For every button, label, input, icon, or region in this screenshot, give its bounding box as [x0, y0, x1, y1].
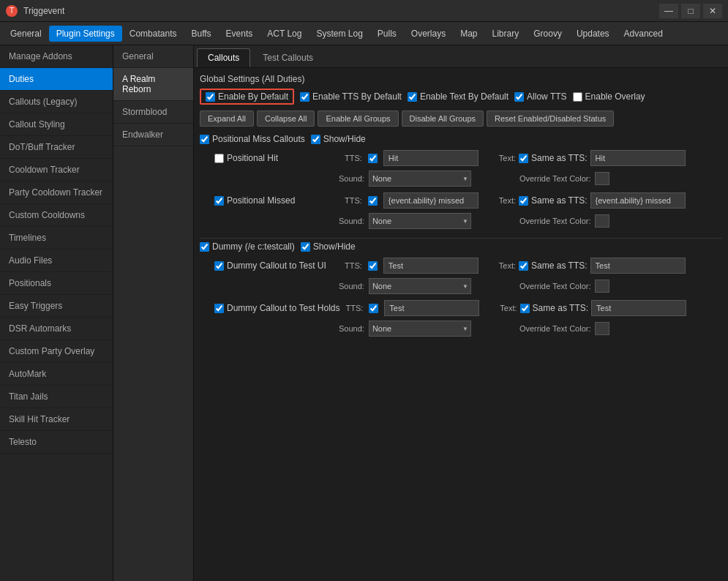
- checkbox-enable-text-input[interactable]: [408, 92, 417, 102]
- color-box-hit[interactable]: [595, 172, 609, 185]
- checkbox-same-as-tts-dummy-ui[interactable]: Same as TTS:: [519, 260, 587, 271]
- checkbox-tts-hit-input[interactable]: [368, 154, 378, 163]
- checkbox-tts-dummy-holds[interactable]: [369, 304, 378, 313]
- sidebar-item-dsr-automarks[interactable]: DSR Automarks: [0, 318, 113, 340]
- sidebar-item-manage-addons[interactable]: Manage Addons: [0, 45, 113, 68]
- menu-library[interactable]: Library: [485, 26, 527, 42]
- checkbox-positional-missed-input[interactable]: [214, 196, 224, 206]
- menu-events[interactable]: Events: [219, 26, 260, 42]
- checkbox-show-hide-positional[interactable]: Show/Hide: [311, 134, 366, 144]
- collapse-all-button[interactable]: Collapse All: [257, 110, 315, 127]
- menu-act-log[interactable]: ACT Log: [260, 26, 309, 42]
- checkbox-tts-dummy-holds-input[interactable]: [369, 304, 378, 313]
- checkbox-enable-by-default[interactable]: Enable By Default: [200, 89, 294, 105]
- checkbox-enable-tts[interactable]: Enable TTS By Default: [300, 91, 402, 102]
- menu-pulls[interactable]: Pulls: [370, 26, 404, 42]
- reset-status-button[interactable]: Reset Enabled/Disabled Status: [487, 110, 614, 127]
- checkbox-enable-overlay[interactable]: Enable Overlay: [573, 91, 645, 102]
- menu-buffs[interactable]: Buffs: [184, 26, 218, 42]
- checkbox-positional-hit-input[interactable]: [214, 154, 224, 163]
- menu-groovy[interactable]: Groovy: [526, 26, 569, 42]
- sidebar2-item-endwalker[interactable]: Endwalker: [113, 124, 193, 146]
- maximize-button[interactable]: □: [681, 4, 700, 18]
- sidebar-item-positionals[interactable]: Positionals: [0, 272, 113, 295]
- menu-updates[interactable]: Updates: [569, 26, 617, 42]
- sound-select-missed[interactable]: None: [369, 213, 471, 229]
- sound-select-dummy-holds[interactable]: None: [369, 321, 471, 337]
- menu-advanced[interactable]: Advanced: [617, 26, 670, 42]
- tts-input-dummy-holds[interactable]: [384, 300, 479, 316]
- tts-input-hit[interactable]: [383, 150, 479, 166]
- sound-select-hit[interactable]: None: [369, 170, 471, 187]
- sidebar-item-custom-cooldowns[interactable]: Custom Cooldowns: [0, 204, 113, 227]
- tts-input-dummy-ui[interactable]: [383, 258, 479, 274]
- tab-test-callouts[interactable]: Test Callouts: [252, 48, 324, 67]
- sidebar-item-custom-party-overlay[interactable]: Custom Party Overlay: [0, 340, 113, 363]
- color-box-dummy-ui[interactable]: [595, 280, 609, 293]
- sidebar2-item-stormblood[interactable]: Stormblood: [113, 101, 193, 124]
- sidebar-item-automark[interactable]: AutoMark: [0, 363, 113, 386]
- sound-select-dummy-ui[interactable]: None: [369, 278, 471, 294]
- checkbox-positional-miss-group[interactable]: Positional Miss Callouts: [200, 134, 305, 144]
- checkbox-enable-tts-input[interactable]: [300, 92, 309, 102]
- checkbox-same-as-tts-hit-input[interactable]: [519, 154, 528, 163]
- tab-callouts[interactable]: Callouts: [197, 48, 250, 67]
- menu-system-log[interactable]: System Log: [309, 26, 369, 42]
- checkbox-show-hide-dummy[interactable]: Show/Hide: [301, 241, 356, 252]
- sidebar-item-party-cooldown-tracker[interactable]: Party Cooldown Tracker: [0, 181, 113, 204]
- sidebar-item-easy-triggers[interactable]: Easy Triggers: [0, 295, 113, 318]
- checkbox-tts-dummy-ui-input[interactable]: [368, 261, 378, 271]
- checkbox-enable-overlay-input[interactable]: [573, 92, 582, 102]
- disable-all-groups-button[interactable]: Disable All Groups: [402, 110, 484, 127]
- checkbox-dummy-group[interactable]: Dummy (/e c:testcall): [200, 241, 295, 252]
- checkbox-same-as-tts-missed-input[interactable]: [519, 196, 528, 206]
- checkbox-dummy-ui-input[interactable]: [214, 261, 224, 271]
- menu-map[interactable]: Map: [453, 26, 484, 42]
- checkbox-tts-missed[interactable]: [368, 196, 378, 206]
- sidebar-item-duties[interactable]: Duties: [0, 68, 113, 91]
- sidebar-item-titan-jails[interactable]: Titan Jails: [0, 386, 113, 408]
- close-button[interactable]: ✕: [703, 4, 722, 18]
- sidebar-item-telesto[interactable]: Telesto: [0, 431, 113, 454]
- text-input-dummy-holds[interactable]: [591, 300, 686, 316]
- enable-all-groups-button[interactable]: Enable All Groups: [318, 110, 398, 127]
- checkbox-same-as-tts-dummy-holds-input[interactable]: [520, 304, 530, 313]
- sidebar-item-audio-files[interactable]: Audio Files: [0, 250, 113, 272]
- checkbox-dummy-holds[interactable]: Dummy Callout to Test Holds: [214, 303, 340, 313]
- color-box-missed[interactable]: [595, 214, 609, 228]
- sidebar-item-cooldown-tracker[interactable]: Cooldown Tracker: [0, 159, 113, 181]
- tts-input-missed[interactable]: [383, 192, 479, 209]
- checkbox-positional-missed[interactable]: Positional Missed: [214, 195, 339, 206]
- checkbox-positional-miss-group-input[interactable]: [200, 135, 209, 144]
- menu-general[interactable]: General: [3, 26, 49, 42]
- expand-all-button[interactable]: Expand All: [200, 110, 254, 127]
- text-input-dummy-ui[interactable]: [590, 258, 686, 274]
- sidebar-item-callouts-legacy[interactable]: Callouts (Legacy): [0, 91, 113, 113]
- checkbox-same-as-tts-missed[interactable]: Same as TTS:: [519, 195, 587, 206]
- checkbox-positional-hit[interactable]: Positional Hit: [214, 153, 339, 163]
- menu-plugin-settings[interactable]: Plugin Settings: [49, 26, 122, 42]
- sidebar-item-callout-styling[interactable]: Callout Styling: [0, 113, 113, 136]
- sidebar2-item-realm-reborn[interactable]: A Realm Reborn: [113, 68, 193, 101]
- menu-combatants[interactable]: Combatants: [122, 26, 184, 42]
- checkbox-dummy-holds-input[interactable]: [214, 304, 224, 313]
- minimize-button[interactable]: —: [659, 4, 678, 18]
- checkbox-tts-dummy-ui[interactable]: [368, 261, 378, 271]
- text-input-missed[interactable]: [590, 192, 686, 209]
- checkbox-show-hide-dummy-input[interactable]: [301, 242, 310, 252]
- text-input-hit[interactable]: [590, 150, 686, 166]
- sidebar-item-skill-hit-tracker[interactable]: Skill Hit Tracker: [0, 408, 113, 431]
- checkbox-tts-missed-input[interactable]: [368, 196, 378, 206]
- checkbox-same-as-tts-dummy-ui-input[interactable]: [519, 261, 528, 271]
- checkbox-allow-tts[interactable]: Allow TTS: [514, 91, 566, 102]
- checkbox-enable-text[interactable]: Enable Text By Default: [408, 91, 509, 102]
- sidebar-item-dot-buff-tracker[interactable]: DoT/Buff Tracker: [0, 136, 113, 159]
- checkbox-same-as-tts-dummy-holds[interactable]: Same as TTS:: [520, 303, 588, 313]
- checkbox-allow-tts-input[interactable]: [514, 92, 524, 102]
- color-box-dummy-holds[interactable]: [595, 322, 609, 335]
- sidebar2-item-general[interactable]: General: [113, 45, 193, 68]
- checkbox-enable-by-default-input[interactable]: [206, 92, 215, 102]
- checkbox-dummy-group-input[interactable]: [200, 242, 209, 252]
- sidebar-item-timelines[interactable]: Timelines: [0, 227, 113, 250]
- menu-overlays[interactable]: Overlays: [404, 26, 453, 42]
